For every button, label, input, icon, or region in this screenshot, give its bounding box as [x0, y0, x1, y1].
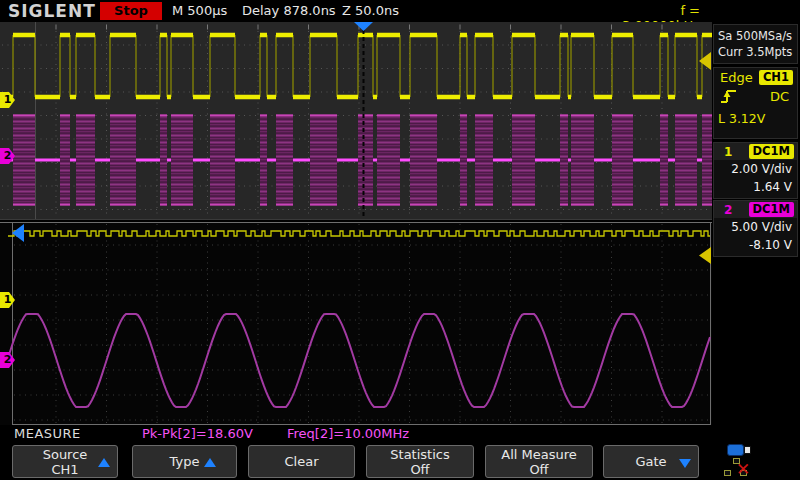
- softkey-statistics-value: Off: [410, 462, 429, 477]
- channel1-offset: 1.64 V: [714, 178, 797, 196]
- run-state-button[interactable]: Stop: [100, 2, 162, 20]
- sidebar: Sa 500MSa/s Curr 3.5Mpts Edge CH1 DC L 3…: [712, 22, 800, 442]
- softkey-gate-label: Gate: [635, 454, 666, 469]
- softkey-source[interactable]: Source CH1: [12, 445, 118, 478]
- channel2-number: 2: [717, 203, 732, 217]
- sample-rate: Sa 500MSa/s: [714, 28, 797, 44]
- softkey-statistics-label: Statistics: [390, 447, 449, 462]
- channel1-panel[interactable]: 1 DC1M 2.00 V/div 1.64 V: [713, 142, 798, 199]
- softkey-all-measure-value: Off: [529, 462, 548, 477]
- channel1-number: 1: [717, 145, 732, 159]
- down-arrow-icon: [679, 459, 691, 468]
- trigger-source-badge: CH1: [759, 70, 793, 85]
- channel1-scale: 2.00 V/div: [714, 160, 797, 178]
- softkey-all-measure-label: All Measure: [501, 447, 577, 462]
- softkey-source-value: CH1: [51, 462, 78, 477]
- trigger-level-readout: L 3.12V: [714, 105, 797, 126]
- brand-logo: SIGLENT: [8, 1, 96, 21]
- zoom-timebase-readout: Z 50.0ns: [342, 3, 399, 18]
- softkey-type[interactable]: Type: [132, 445, 237, 478]
- softkey-clear-label: Clear: [285, 454, 319, 469]
- delay-readout: Delay 878.0ns: [242, 3, 336, 18]
- usb-icon: [727, 444, 744, 456]
- oscilloscope-screen: SIGLENT Stop M 500µs Delay 878.0ns Z 50.…: [0, 0, 800, 480]
- up-arrow-icon: [98, 458, 110, 467]
- acquisition-panel[interactable]: Sa 500MSa/s Curr 3.5Mpts: [713, 24, 798, 64]
- softkey-all-measure[interactable]: All Measure Off: [485, 445, 593, 478]
- trigger-coupling: DC: [770, 89, 793, 104]
- softkey-type-label: Type: [170, 454, 200, 469]
- softkey-source-label: Source: [43, 447, 88, 462]
- trigger-panel[interactable]: Edge CH1 DC L 3.12V: [713, 67, 798, 139]
- channel2-coupling-badge: DC1M: [749, 202, 794, 217]
- measure-title: MEASURE: [14, 426, 81, 441]
- softkey-clear[interactable]: Clear: [248, 445, 355, 478]
- timebase-readout: M 500µs: [172, 3, 227, 18]
- waveform-display: [0, 22, 712, 425]
- channel2-scale: 5.00 V/div: [714, 218, 797, 236]
- memory-depth: Curr 3.5Mpts: [714, 44, 797, 60]
- softkey-gate[interactable]: Gate: [603, 445, 699, 478]
- lan-icon-node: [724, 470, 731, 476]
- lan-disconnected-icon: ✕: [736, 461, 750, 478]
- trigger-type: Edge: [718, 70, 753, 85]
- channel1-coupling-badge: DC1M: [749, 144, 794, 159]
- measure-pkpk: Pk-Pk[2]=18.60V: [142, 426, 253, 441]
- measure-freq: Freq[2]=10.00MHz: [287, 426, 409, 441]
- channel2-offset: -8.10 V: [714, 236, 797, 254]
- softkey-statistics[interactable]: Statistics Off: [366, 445, 474, 478]
- rising-edge-icon: [718, 87, 740, 105]
- up-arrow-icon: [204, 458, 216, 467]
- usb-icon-plug: [744, 446, 751, 454]
- channel2-panel[interactable]: 2 DC1M 5.00 V/div -8.10 V: [713, 200, 798, 257]
